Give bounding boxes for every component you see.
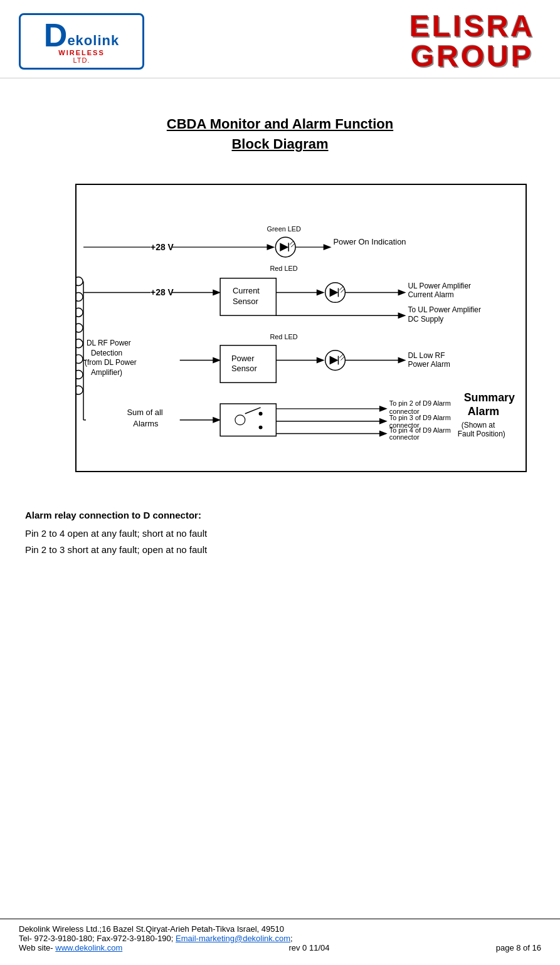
alarm-relay-section: Alarm relay connection to D connector: P… — [0, 485, 560, 570]
logo-ltd: LTD. — [73, 56, 90, 64]
svg-text:Sensor: Sensor — [233, 297, 259, 306]
svg-point-7 — [77, 386, 83, 394]
diagram-section: +28 V Green LED Pow — [0, 171, 560, 485]
footer-semi: ; — [290, 934, 293, 943]
svg-point-68 — [235, 415, 245, 425]
svg-marker-81 — [379, 431, 388, 437]
footer-line2: Tel- 972-3-9180-180; Fax-972-3-9180-190;… — [19, 934, 541, 943]
alarm-relay-line1: Pin 2 to 4 open at any fault; short at n… — [25, 525, 535, 542]
svg-point-4 — [77, 339, 83, 348]
logo-box: D ekolink WIRELESS LTD. — [19, 13, 144, 70]
svg-marker-35 — [398, 290, 406, 296]
svg-marker-39 — [398, 312, 406, 319]
footer-line3: Web site- www.dekolink.com rev 0 11/04 p… — [19, 943, 541, 952]
svg-marker-66 — [213, 417, 221, 423]
alarm-relay-title: Alarm relay connection to D connector: — [25, 510, 535, 520]
svg-text:Alarms: Alarms — [133, 419, 158, 428]
svg-text:Fault Position): Fault Position) — [458, 430, 505, 438]
svg-text:Red LED: Red LED — [270, 333, 297, 340]
svg-marker-73 — [379, 406, 388, 412]
svg-marker-47 — [213, 357, 221, 364]
logo-wireless: WIRELESS — [58, 49, 104, 56]
svg-point-0 — [77, 277, 83, 286]
svg-point-71 — [259, 426, 263, 430]
svg-text:To pin 3 of D9 Alarm: To pin 3 of D9 Alarm — [389, 414, 451, 421]
svg-point-1 — [77, 292, 83, 301]
logo-ekolink: ekolink — [67, 33, 119, 49]
svg-text:(from DL Power: (from DL Power — [85, 358, 137, 367]
footer-tel-fax: Tel- 972-3-9180-180; Fax-972-3-9180-190; — [19, 934, 176, 943]
svg-rect-67 — [220, 404, 276, 436]
svg-text:+28 V: +28 V — [151, 287, 174, 297]
elisra-text: ELISRA — [409, 11, 535, 41]
logo-area: D ekolink WIRELESS LTD. — [19, 13, 144, 70]
footer-email[interactable]: Email-marketing@dekolink.com — [176, 934, 290, 943]
header: D ekolink WIRELESS LTD. ELISRA GROUP — [0, 0, 560, 78]
svg-text:To pin 4 of D9 Alarm: To pin 4 of D9 Alarm — [389, 426, 451, 434]
svg-point-70 — [259, 412, 263, 416]
svg-text:Power On Indication: Power On Indication — [334, 237, 406, 246]
svg-text:DC Supply: DC Supply — [408, 315, 444, 324]
svg-text:Red LED: Red LED — [270, 265, 297, 272]
svg-marker-22 — [213, 290, 221, 296]
footer-website[interactable]: www.dekolink.com — [55, 943, 122, 952]
svg-marker-10 — [267, 244, 275, 250]
svg-text:DL Low RF: DL Low RF — [408, 351, 445, 360]
svg-marker-77 — [379, 418, 388, 424]
page-title-section: CBDA Monitor and Alarm Function Block Di… — [0, 78, 560, 171]
svg-text:connector: connector — [389, 433, 420, 441]
svg-text:Power: Power — [231, 354, 255, 363]
svg-text:Summary: Summary — [464, 391, 515, 404]
svg-text:Sum of all: Sum of all — [127, 408, 162, 417]
svg-marker-18 — [324, 244, 332, 250]
svg-text:DL RF Power: DL RF Power — [87, 339, 131, 347]
svg-point-3 — [77, 324, 83, 332]
svg-text:Power Alarm: Power Alarm — [408, 360, 450, 369]
elisra-group: ELISRA GROUP — [409, 11, 535, 71]
footer-page: page 8 of 16 — [496, 943, 541, 952]
page-title-line1: CBDA Monitor and Alarm Function — [0, 116, 560, 132]
group-text: GROUP — [411, 41, 534, 71]
svg-text:Current Alarm: Current Alarm — [408, 290, 454, 299]
svg-text:Amplifier): Amplifier) — [91, 368, 122, 377]
diagram-box: +28 V Green LED Pow — [75, 184, 527, 472]
footer: Dekolink Wireless Ltd.;16 Bazel St.Qirya… — [0, 919, 560, 952]
footer-rev: rev 0 11/04 — [288, 943, 329, 952]
svg-marker-53 — [317, 357, 325, 364]
footer-website-row: Web site- www.dekolink.com — [19, 943, 122, 952]
svg-text:Alarm: Alarm — [468, 405, 500, 418]
svg-text:Current: Current — [233, 286, 260, 295]
svg-text:To pin 2 of D9 Alarm: To pin 2 of D9 Alarm — [389, 399, 451, 407]
svg-text:+28 V: +28 V — [151, 242, 174, 252]
logo-d: D — [44, 19, 68, 51]
svg-text:Detection: Detection — [91, 349, 122, 357]
alarm-relay-body: Pin 2 to 4 open at any fault; short at n… — [25, 525, 535, 557]
svg-point-6 — [77, 370, 83, 379]
footer-web-pre: Web site- — [19, 943, 55, 952]
svg-text:Sensor: Sensor — [231, 364, 258, 373]
svg-text:Green LED: Green LED — [267, 225, 301, 233]
svg-marker-60 — [398, 357, 406, 364]
svg-point-2 — [77, 308, 83, 317]
page-title-line2: Block Diagram — [0, 136, 560, 152]
alarm-relay-line2: Pin 2 to 3 short at any fault; open at n… — [25, 542, 535, 558]
diagram-svg: +28 V Green LED Pow — [77, 185, 526, 471]
svg-text:To UL Power Amplifier: To UL Power Amplifier — [408, 305, 481, 314]
svg-marker-28 — [317, 290, 325, 296]
svg-text:UL Power Amplifier: UL Power Amplifier — [408, 282, 472, 290]
diagram-outer: +28 V Green LED Pow — [75, 184, 541, 472]
footer-line1: Dekolink Wireless Ltd.;16 Bazel St.Qirya… — [19, 924, 541, 934]
svg-text:(Shown at: (Shown at — [462, 421, 495, 430]
svg-point-5 — [77, 355, 83, 364]
